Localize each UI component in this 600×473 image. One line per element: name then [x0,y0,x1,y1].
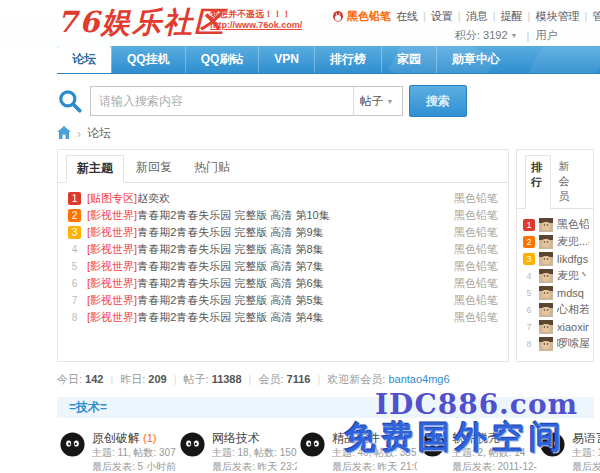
ranking-row[interactable]: 5 mdsq [523,284,589,301]
thread-title[interactable]: 青春期2青春失乐园 完整版 高清 第9集 [137,225,323,240]
search-button[interactable]: 搜索 [409,85,467,117]
thread-author[interactable]: 黑色铅笔 [446,225,498,240]
link-messages[interactable]: 消息 [453,9,488,24]
nav-tab-ranking[interactable]: 排行榜 [314,46,381,73]
tab-hot-posts[interactable]: 热门贴 [184,155,240,183]
tab-ranking[interactable]: 排行 [525,155,551,209]
thread-author[interactable]: 黑色铅笔 [446,208,498,223]
thread-category[interactable]: [影视世界] [87,208,137,223]
ranking-row[interactable]: 4 麦兜丶_A姐 [523,267,589,284]
thread-row[interactable]: 8 [影视世界] 青春期2青春失乐园 完整版 高清 第4集 黑色铅笔 [68,309,498,326]
thread-author[interactable]: 黑色铅笔 [446,191,498,206]
thread-category[interactable]: [影视世界] [87,276,137,291]
thread-author[interactable]: 黑色铅笔 [446,242,498,257]
member-name[interactable]: 黑色铅笔 [557,217,589,232]
nav-tab-qq-hangup[interactable]: QQ挂机 [111,46,185,73]
member-name[interactable]: 麦兜...小峰 [557,234,589,249]
member-name[interactable]: mdsq [557,287,584,299]
breadcrumb-forum[interactable]: 论坛 [87,125,111,142]
ranking-row[interactable]: 7 xiaoxing123 [523,318,589,335]
link-online[interactable]: 在线 [396,9,418,24]
credits-value[interactable]: 积分: 3192 [455,28,508,43]
thread-author[interactable]: 黑色铅笔 [446,310,498,325]
forum-block[interactable]: 易语言交流 主题: 14, 帖数: 最后发表: 13:02:4 [537,418,600,473]
member-name[interactable]: xiaoxing123 [557,321,589,333]
forum-lastpost-line: 最后发表: 昨天 21:00 [332,460,417,473]
threads-tabs: 新主题 新回复 热门贴 [58,150,508,183]
member-name[interactable]: 麦兜丶_A姐 [557,268,589,283]
forum-block[interactable]: 软件脱壳 主题: 2, 帖数: 14 最后发表: 2011-12-25 16:5… [417,418,537,473]
forum-name[interactable]: 原创破解 [92,431,140,445]
forum-block[interactable]: 精品软件 主题: 46, 帖数: 385 最后发表: 昨天 21:00 [297,418,417,473]
link-module-admin[interactable]: 模块管理 [523,9,580,24]
thread-row[interactable]: 2 [影视世界] 青春期2青春失乐园 完整版 高清 第10集 黑色铅笔 [68,207,498,224]
forum-name[interactable]: 软件脱壳 [452,431,500,445]
member-name[interactable]: 心相若则不离 [557,302,589,317]
link-settings[interactable]: 设置 [418,9,453,24]
ranking-row[interactable]: 6 心相若则不离 [523,301,589,318]
thread-title[interactable]: 青春期2青春失乐园 完整版 高清 第6集 [137,276,323,291]
main-area: 新主题 新回复 热门贴 1 [贴图专区] 赵奕欢 黑色铅笔 2 [影视世界] 青… [57,149,594,362]
thread-author[interactable]: 黑色铅笔 [446,259,498,274]
rank-badge: 8 [523,338,535,350]
thread-author[interactable]: 黑色铅笔 [446,293,498,308]
thread-category[interactable]: [影视世界] [87,225,137,240]
search-icon [57,88,83,114]
thread-row[interactable]: 6 [影视世界] 青春期2青春失乐园 完整版 高清 第6集 黑色铅笔 [68,275,498,292]
thread-title[interactable]: 青春期2青春失乐园 完整版 高清 第7集 [137,259,323,274]
member-name[interactable]: likdfgs [557,253,588,265]
forum-stats: 今日:142昨日:209帖子:11388会员:7116|欢迎新会员: banta… [57,372,600,387]
tab-new-threads[interactable]: 新主题 [66,155,124,183]
nav-tab-medals[interactable]: 勋章中心 [436,46,515,73]
search-input[interactable] [91,87,353,115]
thread-category[interactable]: [影视世界] [87,293,137,308]
ranking-row[interactable]: 3 likdfgs [523,250,589,267]
site-url[interactable]: http://www.76ok.com/ [210,20,302,31]
thread-author[interactable]: 黑色铅笔 [446,276,498,291]
nav-tab-forum[interactable]: 论坛 [57,46,111,73]
nav-tab-vpn[interactable]: VPN [258,46,314,73]
forum-name[interactable]: 精品软件 [332,431,380,445]
newest-member-link[interactable]: bantao4mg6 [388,373,449,385]
thread-category[interactable]: [影视世界] [87,310,137,325]
tab-new-replies[interactable]: 新回复 [126,155,182,183]
section-header-tech[interactable]: =技术= [57,397,594,418]
thread-row[interactable]: 1 [贴图专区] 赵奕欢 黑色铅笔 [68,190,498,207]
breadcrumb: › 论坛 [57,125,600,142]
thread-title[interactable]: 青春期2青春失乐园 完整版 高清 第10集 [137,208,330,223]
home-icon[interactable] [57,126,71,142]
ranking-row[interactable]: 2 麦兜...小峰 [523,233,589,250]
current-username[interactable]: 黑色铅笔 [347,9,391,24]
user-group-label[interactable]: 用户 [535,28,557,43]
thread-category[interactable]: [影视世界] [87,242,137,257]
tab-new-members[interactable]: 新会员 [553,155,585,209]
link-admin-center[interactable]: 管理中心 [579,9,600,24]
thread-title[interactable]: 青春期2青春失乐园 完整版 高清 第5集 [137,293,323,308]
search-scope-select[interactable]: 帖子 ▼ [353,87,402,115]
ranking-row[interactable]: 8 啰嗦屋 [523,335,589,352]
thread-category[interactable]: [贴图专区] [87,191,137,206]
thread-title[interactable]: 赵奕欢 [137,191,170,206]
thread-title[interactable]: 青春期2青春失乐园 完整版 高清 第8集 [137,242,323,257]
search-input-group: 帖子 ▼ [90,86,403,116]
chevron-down-icon[interactable]: ▼ [511,32,518,39]
forum-name[interactable]: 易语言交流 [572,431,600,445]
forum-name[interactable]: 网络技术 [212,431,260,445]
forum-block[interactable]: 原创破解(1) 主题: 11, 帖数: 307 最后发表: 5 小时前 [57,418,177,473]
thread-row[interactable]: 5 [影视世界] 青春期2青春失乐园 完整版 高清 第7集 黑色铅笔 [68,258,498,275]
forum-block[interactable]: 网络技术 主题: 18, 帖数: 150 最后发表: 昨天 23:26 [177,418,297,473]
stat-posts: 11388 [212,373,242,385]
site-logo[interactable]: 76娱乐社区 [57,3,225,43]
avatar [539,252,553,266]
thread-row[interactable]: 7 [影视世界] 青春期2青春失乐园 完整版 高清 第5集 黑色铅笔 [68,292,498,309]
thread-row[interactable]: 3 [影视世界] 青春期2青春失乐园 完整版 高清 第9集 黑色铅笔 [68,224,498,241]
rank-badge: 2 [68,209,81,222]
thread-title[interactable]: 青春期2青春失乐园 完整版 高清 第4集 [137,310,323,325]
nav-tab-qq-diamond[interactable]: QQ刷钻 [185,46,259,73]
member-name[interactable]: 啰嗦屋 [557,336,589,351]
thread-category[interactable]: [影视世界] [87,259,137,274]
ranking-row[interactable]: 1 黑色铅笔 [523,216,589,233]
thread-row[interactable]: 4 [影视世界] 青春期2青春失乐园 完整版 高清 第8集 黑色铅笔 [68,241,498,258]
link-notifications[interactable]: 提醒 [488,9,523,24]
nav-tab-home[interactable]: 家园 [381,46,436,73]
